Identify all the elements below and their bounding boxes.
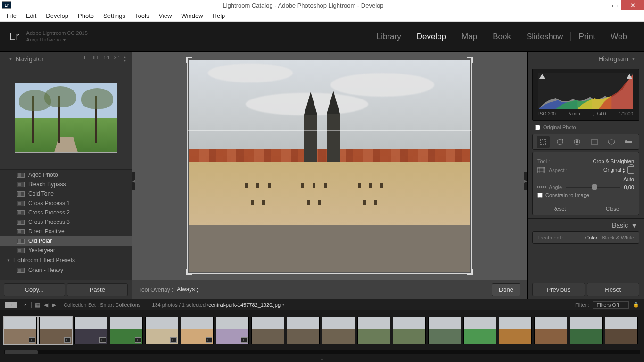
straighten-icon[interactable] (537, 185, 546, 189)
histogram-header[interactable]: Histogram ▼ (528, 52, 644, 66)
module-print[interactable]: Print (571, 32, 603, 41)
done-button[interactable]: Done (492, 283, 520, 296)
module-map[interactable]: Map (454, 32, 485, 41)
filmstrip-thumb[interactable] (393, 317, 426, 344)
filmstrip-scrollbar[interactable] (4, 350, 640, 354)
navigator-header[interactable]: ▼ Navigator FIT FILL 1:1 3:1 ▴▾ (0, 52, 132, 66)
clip-shadows-icon[interactable] (539, 74, 545, 79)
aspect-lock-icon[interactable] (627, 166, 634, 174)
filmstrip-thumb[interactable]: +− (4, 317, 37, 344)
grid-icon[interactable]: ▦ (35, 302, 40, 308)
tool-reset[interactable]: Reset (533, 202, 586, 215)
menu-view[interactable]: View (154, 12, 176, 19)
right-panel-toggle[interactable]: ▶ (524, 172, 527, 190)
tool-overlay-value[interactable]: Always ▴▾ (177, 286, 198, 293)
menu-file[interactable]: File (2, 12, 21, 19)
preset-group[interactable]: ▼Lightroom Effect Presets (0, 255, 132, 265)
treatment-bw[interactable]: Black & White (602, 235, 634, 240)
reset-button[interactable]: Reset (587, 283, 640, 296)
preset-item[interactable]: Cross Process 1 (0, 198, 132, 208)
preset-item[interactable]: Direct Positive (0, 227, 132, 236)
previous-button[interactable]: Previous (532, 283, 585, 296)
original-photo-row[interactable]: Original Photo (528, 123, 644, 132)
zoom-stepper-icon[interactable]: ▴▾ (124, 55, 126, 63)
redeye-tool-icon[interactable] (570, 136, 584, 148)
copy-button[interactable]: Copy... (4, 283, 65, 296)
filmstrip-thumb[interactable] (534, 317, 567, 344)
constrain-checkbox[interactable] (537, 193, 543, 198)
filmstrip-thumb[interactable]: +− (110, 317, 143, 344)
paste-button[interactable]: Paste (67, 283, 128, 296)
filter-dropdown[interactable]: Filters Off (593, 301, 629, 309)
image-viewport[interactable] (132, 52, 527, 280)
module-develop[interactable]: Develop (409, 32, 454, 41)
filmstrip-thumb[interactable]: +− (145, 317, 178, 344)
collection-path[interactable]: Collection Set : Smart Collections (64, 302, 140, 308)
menu-tools[interactable]: Tools (130, 12, 154, 19)
clip-highlights-icon[interactable] (627, 74, 632, 79)
preset-item[interactable]: Cold Tone (0, 189, 132, 198)
radial-tool-icon[interactable] (605, 136, 618, 148)
menu-edit[interactable]: Edit (21, 12, 41, 19)
filmstrip-thumb[interactable]: +− (181, 317, 214, 344)
preset-item[interactable]: Grain - Heavy (0, 265, 132, 275)
menu-help[interactable]: Help (208, 12, 230, 19)
filter-lock-icon[interactable]: 🔒 (633, 302, 639, 308)
module-book[interactable]: Book (485, 32, 519, 41)
nav-next-icon[interactable]: ▶ (52, 302, 56, 308)
tool-close[interactable]: Close (586, 202, 639, 215)
filmstrip-thumb[interactable] (605, 317, 638, 344)
crop-tool-icon[interactable] (537, 136, 550, 148)
display-tab-2[interactable]: 2 (19, 302, 32, 308)
preset-item[interactable]: Aged Photo (0, 170, 132, 180)
display-tab-1[interactable]: 1 (5, 302, 17, 308)
window-minimize[interactable]: — (595, 0, 608, 10)
preset-item[interactable]: Yesteryear (0, 246, 132, 255)
menu-photo[interactable]: Photo (73, 12, 99, 19)
preset-item[interactable]: Cross Process 2 (0, 208, 132, 217)
navigator-preview[interactable] (0, 66, 132, 170)
angle-auto[interactable]: Auto (623, 176, 634, 182)
angle-value[interactable]: 0,00 (624, 184, 634, 190)
identity-plate[interactable]: Adobe Lightroom CC 2015 Анда Набиева ▼ (26, 30, 88, 43)
crop-frame-icon[interactable] (537, 167, 545, 173)
nav-prev-icon[interactable]: ◀ (44, 302, 48, 308)
filmstrip-thumb[interactable]: +− (39, 317, 72, 344)
basic-header[interactable]: Basic ▼ (528, 218, 644, 231)
preset-item[interactable]: Cross Process 3 (0, 217, 132, 227)
filmstrip-thumb[interactable] (463, 317, 496, 344)
loupe-image[interactable] (189, 60, 470, 272)
filmstrip-thumb[interactable] (322, 317, 355, 344)
current-filename[interactable]: central-park-1457782_1920.jpg (208, 302, 281, 308)
histogram[interactable]: ISO 200 5 mm ƒ / 4,0 1/1000 (532, 69, 639, 121)
brush-tool-icon[interactable] (622, 136, 635, 148)
filmstrip-thumb[interactable] (287, 317, 320, 344)
module-slideshow[interactable]: Slideshow (519, 32, 571, 41)
filmstrip-thumb[interactable] (357, 317, 390, 344)
zoom-3-1[interactable]: 3:1 (114, 55, 120, 63)
bottom-panel-toggle[interactable]: ▼ (0, 357, 644, 362)
zoom-fill[interactable]: FILL (90, 55, 99, 63)
preset-item[interactable]: Bleach Bypass (0, 180, 132, 189)
zoom-1-1[interactable]: 1:1 (103, 55, 110, 63)
menu-window[interactable]: Window (176, 12, 207, 19)
original-photo-checkbox[interactable] (535, 125, 540, 130)
spot-tool-icon[interactable] (553, 136, 567, 148)
filmstrip-thumb[interactable] (428, 317, 461, 344)
filmstrip-thumb[interactable] (251, 317, 284, 344)
window-maximize[interactable]: ▭ (608, 0, 621, 10)
module-web[interactable]: Web (603, 32, 635, 41)
filmstrip-thumb[interactable]: +− (216, 317, 249, 344)
menu-develop[interactable]: Develop (41, 12, 73, 19)
window-close[interactable]: ✕ (621, 0, 644, 10)
left-panel-toggle[interactable]: ◀ (132, 172, 135, 190)
preset-item[interactable]: Old Polar (0, 236, 132, 246)
gradient-tool-icon[interactable] (588, 136, 601, 148)
identity-menu-icon[interactable]: ▼ (62, 38, 66, 42)
filmstrip-thumb[interactable] (499, 317, 532, 344)
aspect-value[interactable]: Original ▴▾ (603, 167, 625, 173)
filmstrip-thumb[interactable] (570, 317, 603, 344)
zoom-fit[interactable]: FIT (79, 55, 86, 63)
module-library[interactable]: Library (369, 32, 409, 41)
filmstrip-thumb[interactable]: +− (74, 317, 107, 344)
